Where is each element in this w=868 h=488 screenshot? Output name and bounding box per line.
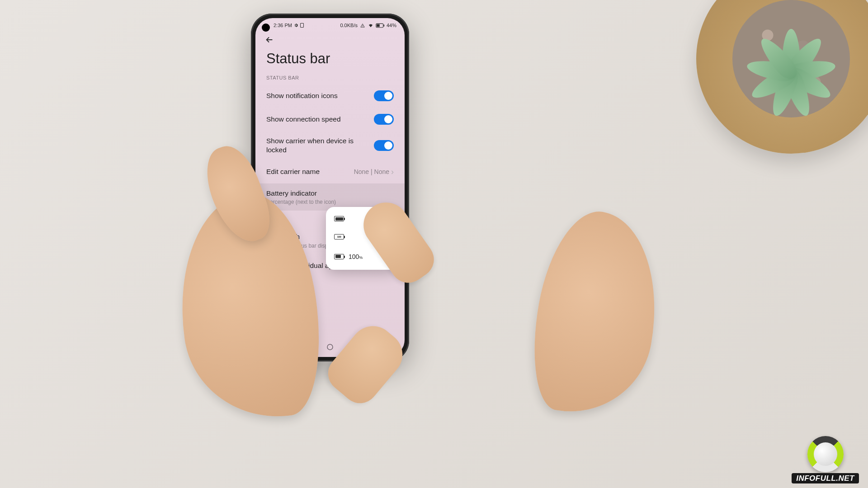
card-icon bbox=[300, 23, 304, 28]
row-edit-carrier-name[interactable]: Edit carrier name None | None › bbox=[255, 160, 405, 183]
row-subtitle: Percentage (next to the icon) bbox=[266, 199, 336, 205]
toggle-connection-speed[interactable] bbox=[374, 114, 394, 125]
camera-punch-hole bbox=[262, 23, 270, 32]
circle-icon bbox=[327, 344, 333, 350]
svg-rect-3 bbox=[383, 24, 384, 26]
battery-percentage-inside-icon: 100 bbox=[334, 234, 344, 239]
back-button[interactable] bbox=[264, 35, 274, 47]
battery-graphic-icon bbox=[334, 216, 344, 221]
page-title: Status bar bbox=[255, 49, 405, 74]
svg-point-5 bbox=[327, 344, 333, 350]
row-show-notification-icons[interactable]: Show notification icons bbox=[255, 84, 405, 108]
row-show-connection-speed[interactable]: Show connection speed bbox=[255, 108, 405, 131]
status-time: 2:36 PM bbox=[274, 23, 292, 28]
row-title: Show carrier when device is locked bbox=[266, 136, 357, 155]
toggle-carrier-locked[interactable] bbox=[374, 140, 394, 151]
wifi-icon bbox=[368, 23, 374, 28]
section-statusbar-label: STATUS BAR bbox=[255, 74, 405, 84]
toggle-notification-icons[interactable] bbox=[374, 90, 394, 101]
row-title: Battery indicator bbox=[266, 189, 336, 198]
status-battery-pct: 44% bbox=[387, 23, 396, 28]
nav-home-button[interactable] bbox=[327, 344, 333, 352]
row-title: Show connection speed bbox=[266, 115, 341, 124]
row-show-carrier-locked[interactable]: Show carrier when device is locked bbox=[255, 131, 405, 160]
row-title: Show notification icons bbox=[266, 91, 338, 100]
gear-icon bbox=[294, 23, 298, 28]
android-status-bar: 2:36 PM 0.0KB/s × 44% bbox=[255, 18, 405, 33]
watermark-text: INFOFULL.NET bbox=[792, 473, 859, 483]
svg-text:×: × bbox=[362, 25, 363, 27]
row-title: Edit carrier name bbox=[266, 167, 320, 176]
decorative-plant bbox=[696, 0, 868, 154]
right-hand bbox=[521, 204, 672, 424]
watermark-logo-icon bbox=[807, 436, 844, 472]
svg-rect-2 bbox=[377, 24, 380, 27]
battery-half-icon bbox=[334, 254, 344, 259]
popup-option-label: 100% bbox=[349, 253, 363, 260]
arrow-left-icon bbox=[264, 35, 274, 45]
chevron-right-icon: › bbox=[391, 167, 394, 177]
carrier-value: None | None bbox=[354, 168, 389, 175]
watermark: INFOFULL.NET bbox=[792, 436, 859, 483]
status-data-rate: 0.0KB/s bbox=[340, 23, 358, 28]
battery-icon bbox=[376, 23, 385, 28]
signal-icon: × bbox=[359, 23, 366, 28]
